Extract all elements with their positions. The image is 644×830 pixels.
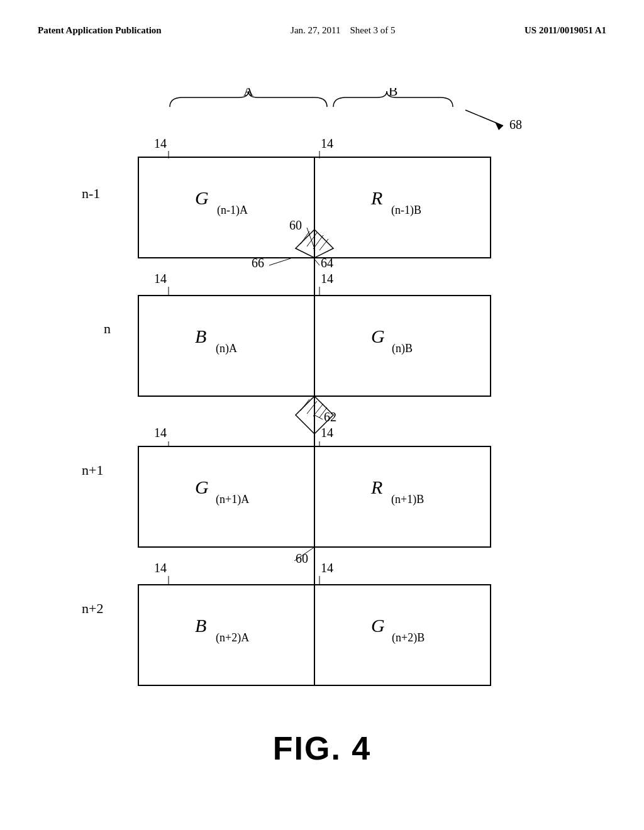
svg-marker-1 — [495, 122, 503, 130]
header-date: Jan. 27, 2011 — [291, 25, 340, 35]
svg-line-12 — [319, 239, 328, 250]
cell-g-n2b: G — [371, 615, 385, 636]
col-a-label: A — [243, 88, 253, 99]
ref-60-top: 60 — [289, 218, 302, 232]
cell-r-n1b2: R — [370, 477, 382, 497]
svg-line-10 — [307, 233, 317, 246]
figure-label: FIG. 4 — [273, 729, 371, 767]
ref-14-row1-left: 14 — [154, 136, 167, 150]
ref-14-row2-right: 14 — [321, 272, 333, 285]
header-publication-label: Patent Application Publication — [38, 25, 162, 36]
svg-line-14 — [314, 259, 319, 265]
svg-line-24 — [307, 401, 317, 414]
ref-14-row3-left: 14 — [154, 426, 167, 440]
cell-g-n1a: G — [195, 187, 209, 208]
cell-b-na-sub: (n)A — [216, 342, 237, 355]
cell-g-n1a2: G — [195, 477, 209, 497]
patent-diagram: A B 68 n-1 14 G (n-1)A 14 R (n-1)B 60 — [0, 88, 644, 780]
cell-g-n1a-sub: (n-1)A — [217, 204, 248, 217]
col-b-label: B — [389, 88, 398, 99]
ref-14-row3-right: 14 — [321, 426, 333, 440]
header-sheet: Sheet 3 of 5 — [350, 25, 396, 35]
cell-g-nb-sub: (n)B — [392, 342, 413, 355]
ref-14-row2-left: 14 — [154, 272, 167, 285]
cell-b-n2a-sub: (n+2)A — [216, 631, 249, 645]
svg-line-21 — [314, 415, 323, 419]
svg-line-23 — [301, 399, 309, 411]
cell-r-n1b2-sub: (n+1)B — [391, 493, 424, 506]
cell-b-n2a: B — [195, 615, 206, 636]
header-date-sheet: Jan. 27, 2011 Sheet 3 of 5 — [291, 25, 396, 36]
cell-r-n1b-sub: (n-1)B — [391, 204, 421, 217]
ref-14-row1-right: 14 — [321, 136, 333, 150]
cell-r-n1b: R — [370, 187, 382, 208]
diagram-area: A B 68 n-1 14 G (n-1)A 14 R (n-1)B 60 — [0, 88, 644, 780]
row-label-n-plus-1: n+1 — [82, 462, 103, 478]
row-label-n-minus-1: n-1 — [82, 185, 100, 201]
ref-68: 68 — [509, 118, 522, 131]
page-header: Patent Application Publication Jan. 27, … — [0, 0, 644, 36]
ref-64: 64 — [321, 256, 333, 270]
row-label-n: n — [104, 321, 111, 336]
row-label-n-plus-2: n+2 — [82, 600, 103, 616]
cell-g-nb: G — [371, 326, 385, 346]
cell-b-na: B — [195, 326, 206, 346]
ref-66: 66 — [252, 256, 264, 270]
header-patent-number: US 2011/0019051 A1 — [525, 25, 606, 36]
ref-14-row4-right: 14 — [321, 561, 333, 575]
cell-g-n2b-sub: (n+2)B — [392, 631, 425, 645]
ref-14-row4-left: 14 — [154, 561, 167, 575]
cell-g-n1a2-sub: (n+1)A — [216, 493, 249, 506]
svg-line-13 — [269, 258, 292, 265]
svg-line-9 — [301, 231, 309, 244]
